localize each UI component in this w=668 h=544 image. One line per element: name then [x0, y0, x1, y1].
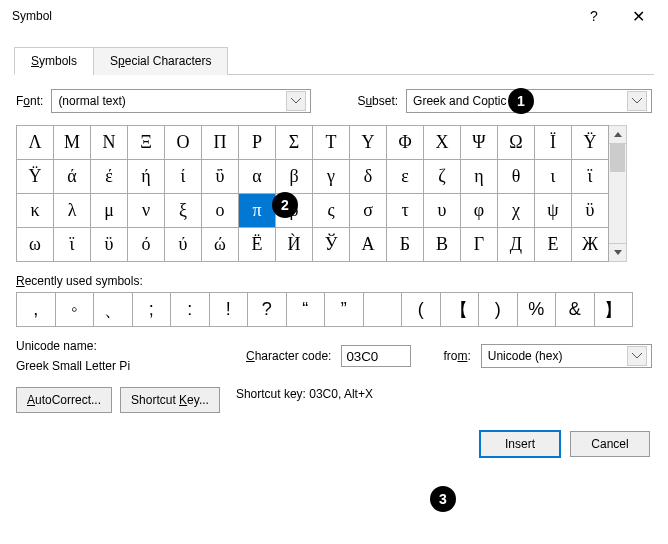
shortcut-key-button[interactable]: Shortcut Key...	[120, 387, 220, 413]
char-cell[interactable]: ϊ	[572, 160, 609, 194]
scroll-track[interactable]	[609, 144, 626, 243]
char-cell[interactable]: Ξ	[128, 126, 165, 160]
cancel-button[interactable]: Cancel	[570, 431, 650, 457]
char-cell[interactable]: Ϊ	[535, 126, 572, 160]
char-cell[interactable]: τ	[387, 194, 424, 228]
recent-cell[interactable]: &	[556, 293, 595, 327]
chevron-down-icon[interactable]	[286, 91, 306, 111]
char-cell[interactable]: έ	[91, 160, 128, 194]
scroll-down-icon[interactable]	[609, 243, 626, 261]
char-cell[interactable]: Ο	[165, 126, 202, 160]
chevron-down-icon[interactable]	[627, 346, 647, 366]
char-cell[interactable]: Χ	[424, 126, 461, 160]
char-cell[interactable]: ί	[165, 160, 202, 194]
from-dropdown[interactable]: Unicode (hex)	[481, 344, 652, 368]
tab-special-characters[interactable]: Special Characters	[93, 47, 228, 75]
recent-cell[interactable]: %	[518, 293, 557, 327]
char-cell[interactable]: ζ	[424, 160, 461, 194]
recent-cell[interactable]: ;	[133, 293, 172, 327]
chevron-down-icon[interactable]	[627, 91, 647, 111]
char-cell[interactable]: λ	[54, 194, 91, 228]
grid-scrollbar[interactable]	[609, 125, 627, 262]
char-cell[interactable]: β	[276, 160, 313, 194]
char-cell[interactable]: α	[239, 160, 276, 194]
recent-cell[interactable]: ”	[325, 293, 364, 327]
char-cell[interactable]: Π	[202, 126, 239, 160]
char-cell[interactable]: μ	[91, 194, 128, 228]
recent-cell[interactable]: ,	[17, 293, 56, 327]
char-cell[interactable]: σ	[350, 194, 387, 228]
char-cell[interactable]: Ϋ	[17, 160, 54, 194]
char-cell[interactable]: π	[239, 194, 276, 228]
charcode-input[interactable]	[341, 345, 411, 367]
recent-cell[interactable]: :	[171, 293, 210, 327]
char-cell[interactable]: Φ	[387, 126, 424, 160]
char-cell[interactable]: φ	[461, 194, 498, 228]
char-cell[interactable]: Τ	[313, 126, 350, 160]
char-cell[interactable]: Ω	[498, 126, 535, 160]
recent-cell[interactable]: (	[402, 293, 441, 327]
char-cell[interactable]: ξ	[165, 194, 202, 228]
char-cell[interactable]: ώ	[202, 228, 239, 262]
char-cell[interactable]: ε	[387, 160, 424, 194]
insert-button[interactable]: Insert	[480, 431, 560, 457]
char-cell[interactable]: ν	[128, 194, 165, 228]
font-dropdown[interactable]: (normal text)	[51, 89, 311, 113]
recent-cell[interactable]: 、	[94, 293, 133, 327]
char-cell[interactable]: Ν	[91, 126, 128, 160]
char-cell[interactable]: χ	[498, 194, 535, 228]
char-cell[interactable]: ο	[202, 194, 239, 228]
char-cell[interactable]: ΰ	[202, 160, 239, 194]
char-cell[interactable]: Д	[498, 228, 535, 262]
recent-cell[interactable]: ◦	[56, 293, 95, 327]
char-cell[interactable]: Е	[535, 228, 572, 262]
char-cell[interactable]: Ϋ	[572, 126, 609, 160]
char-cell[interactable]: А	[350, 228, 387, 262]
char-cell[interactable]: κ	[17, 194, 54, 228]
recent-cell[interactable]	[364, 293, 403, 327]
recent-symbols-grid[interactable]: ,◦、;:!?“”(【)%&】	[16, 292, 633, 327]
tab-symbols[interactable]: SSymbols	[14, 47, 94, 75]
char-cell[interactable]: ι	[535, 160, 572, 194]
char-cell[interactable]: Μ	[54, 126, 91, 160]
char-cell[interactable]: Ё	[239, 228, 276, 262]
char-cell[interactable]: ϋ	[572, 194, 609, 228]
scroll-thumb[interactable]	[610, 144, 625, 172]
char-cell[interactable]: η	[461, 160, 498, 194]
char-cell[interactable]: θ	[498, 160, 535, 194]
char-cell[interactable]: υ	[424, 194, 461, 228]
autocorrect-button[interactable]: AutoCorrect...	[16, 387, 112, 413]
recent-cell[interactable]: !	[210, 293, 249, 327]
char-cell[interactable]: ω	[17, 228, 54, 262]
recent-cell[interactable]: ?	[248, 293, 287, 327]
char-cell[interactable]: Ж	[572, 228, 609, 262]
char-cell[interactable]: Σ	[276, 126, 313, 160]
char-cell[interactable]: Г	[461, 228, 498, 262]
char-cell[interactable]: Ў	[313, 228, 350, 262]
recent-cell[interactable]: 【	[441, 293, 480, 327]
char-cell[interactable]: В	[424, 228, 461, 262]
char-cell[interactable]: ή	[128, 160, 165, 194]
help-button[interactable]: ?	[572, 0, 616, 32]
char-cell[interactable]: ό	[128, 228, 165, 262]
scroll-up-icon[interactable]	[609, 126, 626, 144]
char-cell[interactable]: γ	[313, 160, 350, 194]
char-cell[interactable]: δ	[350, 160, 387, 194]
char-cell[interactable]: ά	[54, 160, 91, 194]
recent-cell[interactable]: )	[479, 293, 518, 327]
close-button[interactable]: ✕	[616, 0, 660, 32]
char-cell[interactable]: Υ	[350, 126, 387, 160]
char-cell[interactable]: Ρ	[239, 126, 276, 160]
char-cell[interactable]: ϋ	[91, 228, 128, 262]
char-cell[interactable]: ψ	[535, 194, 572, 228]
char-cell[interactable]: Б	[387, 228, 424, 262]
char-cell[interactable]: Λ	[17, 126, 54, 160]
char-cell[interactable]: Ψ	[461, 126, 498, 160]
recent-cell[interactable]: “	[287, 293, 326, 327]
recent-cell[interactable]: 】	[595, 293, 634, 327]
character-grid[interactable]: ΛΜΝΞΟΠΡΣΤΥΦΧΨΩΪΫΫάέήίΰαβγδεζηθιϊκλμνξοπρ…	[16, 125, 609, 262]
char-cell[interactable]: Ѝ	[276, 228, 313, 262]
char-cell[interactable]: ς	[313, 194, 350, 228]
char-cell[interactable]: ϊ	[54, 228, 91, 262]
char-cell[interactable]: ύ	[165, 228, 202, 262]
